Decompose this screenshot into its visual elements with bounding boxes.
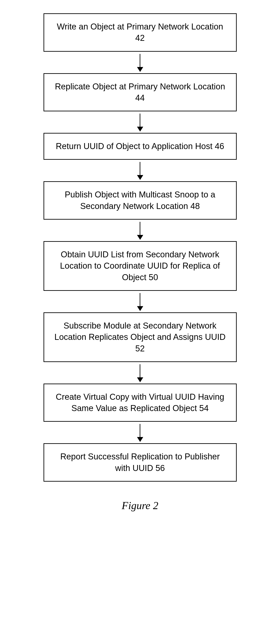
step-text: Create Virtual Copy with Virtual UUID Ha… (56, 392, 224, 413)
step-text: Return UUID of Object to Application Hos… (56, 142, 224, 151)
step-text: Subscribe Module at Secondary Network Lo… (54, 321, 226, 353)
step-text: Write an Object at Primary Network Locat… (57, 22, 223, 42)
step-box-8: Report Successful Replication to Publish… (44, 443, 237, 482)
step-box-2: Replicate Object at Primary Network Loca… (44, 73, 237, 112)
arrow-down-icon (137, 162, 143, 180)
figure-caption: Figure 2 (122, 499, 158, 512)
step-box-4: Publish Object with Multicast Snoop to a… (44, 181, 237, 220)
step-box-3: Return UUID of Object to Application Hos… (44, 133, 237, 160)
arrow-down-icon (137, 54, 143, 72)
step-text: Report Successful Replication to Publish… (60, 452, 220, 472)
arrow-down-icon (137, 222, 143, 240)
arrow-down-icon (137, 293, 143, 311)
step-text: Obtain UUID List from Secondary Network … (60, 250, 220, 282)
step-box-7: Create Virtual Copy with Virtual UUID Ha… (44, 384, 237, 422)
step-box-5: Obtain UUID List from Secondary Network … (44, 241, 237, 291)
flowchart-container: Write an Object at Primary Network Locat… (0, 13, 280, 512)
step-text: Replicate Object at Primary Network Loca… (55, 82, 225, 102)
arrow-down-icon (137, 114, 143, 132)
step-box-1: Write an Object at Primary Network Locat… (44, 13, 237, 52)
step-text: Publish Object with Multicast Snoop to a… (65, 190, 215, 210)
arrow-down-icon (137, 364, 143, 382)
step-box-6: Subscribe Module at Secondary Network Lo… (44, 312, 237, 362)
arrow-down-icon (137, 424, 143, 442)
